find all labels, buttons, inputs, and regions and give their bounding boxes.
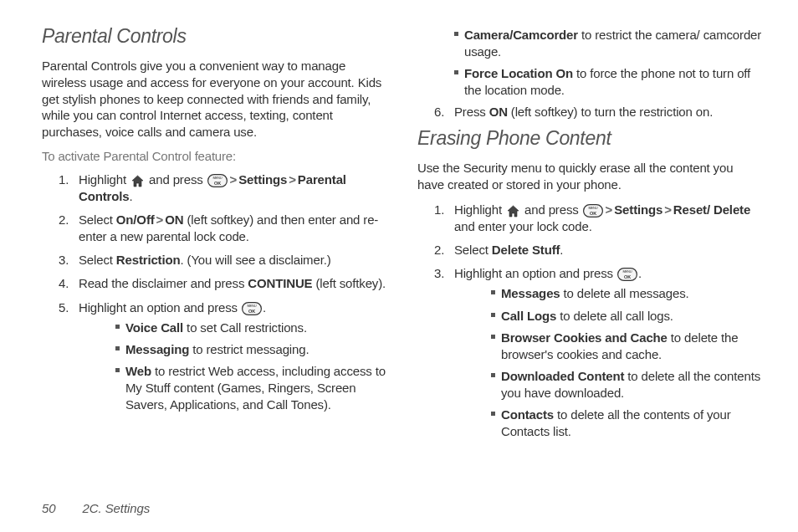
bold-on: ON <box>165 212 183 227</box>
option-text: to delete all call logs. <box>556 309 673 323</box>
options-list: Voice Call to set Call restrictions. Mes… <box>79 320 387 413</box>
step-text: . (You will see a disclaimer.) <box>181 253 331 267</box>
step-number: 3. <box>59 252 69 269</box>
step-text: Select <box>79 212 116 227</box>
bold-label: Messages <box>501 286 560 300</box>
step-text: Highlight <box>454 202 505 217</box>
option-messaging: Messaging to restrict messaging. <box>79 341 387 358</box>
options-list-cont: Camera/Camcorder to restrict the camera/… <box>417 27 763 99</box>
step-1: 1. Highlight and press MENUOK>Settings>P… <box>42 171 387 205</box>
gt-icon: > <box>228 172 239 187</box>
step-number: 1. <box>59 171 69 188</box>
step-number: 2. <box>434 242 444 258</box>
bullet-icon <box>454 32 458 36</box>
gt-icon: > <box>604 202 615 217</box>
step-number: 5. <box>59 299 69 316</box>
heading-erasing: Erasing Phone Content <box>417 127 763 150</box>
step-2: 2. Select On/Off>ON (left softkey) and t… <box>42 212 387 245</box>
step-text: and press <box>521 202 582 217</box>
erase-step-2: 2. Select Delete Stuff. <box>417 242 763 258</box>
heading-parental-controls: Parental Controls <box>42 25 387 48</box>
step-number: 4. <box>59 275 69 292</box>
option-text: to delete all messages. <box>560 286 689 300</box>
bullet-icon <box>491 290 495 294</box>
erase-option-downloaded: Downloaded Content to delete all the con… <box>454 368 763 402</box>
bullet-icon <box>115 346 120 350</box>
erase-option-contacts: Contacts to delete all the contents of y… <box>454 407 763 440</box>
right-column: Camera/Camcorder to restrict the camera/… <box>417 25 763 447</box>
bullet-icon <box>491 335 495 339</box>
svg-text:OK: OK <box>214 180 221 185</box>
bullet-icon <box>115 325 120 329</box>
svg-text:OK: OK <box>624 274 631 279</box>
home-icon <box>130 175 145 187</box>
gt-icon: > <box>155 212 166 227</box>
left-column: Parental Controls Parental Controls give… <box>42 25 387 447</box>
option-text: to restrict messaging. <box>189 342 309 356</box>
bold-settings: Settings <box>614 202 662 217</box>
bullet-icon <box>454 70 458 74</box>
step-number: 6. <box>434 104 444 120</box>
erase-option-messages: Messages to delete all messages. <box>454 285 763 302</box>
two-column-layout: Parental Controls Parental Controls give… <box>42 25 763 447</box>
bold-restriction: Restriction <box>116 253 181 267</box>
erase-options-list: Messages to delete all messages. Call Lo… <box>454 285 763 440</box>
bold-label: Web <box>125 364 151 378</box>
bold-label: Call Logs <box>501 309 556 323</box>
step-text: and enter your lock code. <box>454 219 592 233</box>
gt-icon: > <box>287 172 298 187</box>
step-text: . <box>129 189 132 203</box>
bold-label: Voice Call <box>125 320 183 335</box>
intro-erasing: Use the Security menu to quickly erase a… <box>417 160 763 193</box>
bullet-icon <box>115 368 120 372</box>
step-text: Select <box>79 253 116 267</box>
bold-reset-delete: Reset/ Delete <box>673 202 750 217</box>
step-4: 4. Read the disclaimer and press CONTINU… <box>42 275 387 292</box>
intro-paragraph: Parental Controls give you a convenient … <box>42 58 387 141</box>
step-text: Highlight an option and press <box>79 300 241 315</box>
svg-text:OK: OK <box>590 211 596 216</box>
bold-label: Messaging <box>125 342 189 356</box>
step-text: . <box>560 243 563 257</box>
option-web: Web to restrict Web access, including ac… <box>79 363 387 413</box>
step-6: 6. Press ON (left softkey) to turn the r… <box>417 104 763 120</box>
section-label: 2C. Settings <box>83 501 151 515</box>
bold-settings: Settings <box>238 172 287 187</box>
step-text: Highlight an option and press <box>454 266 616 280</box>
step-number: 3. <box>434 265 444 282</box>
erase-step-1: 1. Highlight and press MENUOK>Settings>R… <box>417 202 763 235</box>
bold-continue: CONTINUE <box>248 276 312 290</box>
option-text: to set Call restrictions. <box>183 320 307 335</box>
steps-list-parental-cont: 6. Press ON (left softkey) to turn the r… <box>417 104 763 120</box>
bullet-icon <box>491 313 495 317</box>
bullet-icon <box>491 412 495 416</box>
steps-list-erasing: 1. Highlight and press MENUOK>Settings>R… <box>417 202 763 440</box>
option-force-location: Force Location On to force the phone not… <box>417 65 763 99</box>
menu-ok-icon: MENUOK <box>242 302 262 315</box>
bold-label: Contacts <box>501 407 554 422</box>
step-text: Select <box>454 243 492 257</box>
erase-option-calllogs: Call Logs to delete all call logs. <box>454 308 763 325</box>
home-icon <box>506 205 520 217</box>
page-footer: 50 2C. Settings <box>42 501 150 515</box>
step-number: 2. <box>59 212 69 228</box>
step-text: and press <box>146 172 207 187</box>
menu-ok-icon: MENUOK <box>207 174 228 187</box>
step-text: Read the disclaimer and press <box>79 276 248 290</box>
erase-step-3: 3. Highlight an option and press MENUOK.… <box>417 265 763 440</box>
step-text: (left softkey) to turn the restriction o… <box>508 105 713 119</box>
erase-option-browser: Browser Cookies and Cache to delete the … <box>454 330 763 363</box>
bold-label: Downloaded Content <box>501 369 624 383</box>
page-number: 50 <box>42 501 56 515</box>
bold-delete-stuff: Delete Stuff <box>492 243 560 257</box>
bold-label: Browser Cookies and Cache <box>501 330 668 345</box>
step-text: Press <box>454 105 489 119</box>
step-text: Highlight <box>79 172 130 187</box>
manual-page: Parental Controls Parental Controls give… <box>0 0 798 532</box>
bold-label: Force Location On <box>464 66 573 80</box>
bold-on: ON <box>489 105 508 119</box>
subheading-activate: To activate Parental Control feature: <box>42 149 387 163</box>
menu-ok-icon: MENUOK <box>617 268 637 281</box>
option-text: to restrict Web access, including access… <box>125 364 386 412</box>
step-text: . <box>638 266 642 280</box>
